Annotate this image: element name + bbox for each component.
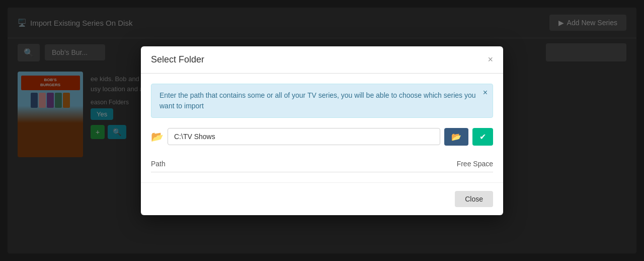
col-path: Path [151, 160, 166, 168]
path-input-row: 📂 📂 ✔ [151, 128, 493, 146]
modal-header: Select Folder × [141, 46, 503, 74]
modal-body: Enter the path that contains some or all… [141, 74, 503, 182]
path-input[interactable] [168, 128, 440, 145]
table-header: Path Free Space [151, 156, 493, 172]
modal-overlay: Select Folder × Enter the path that cont… [0, 0, 644, 261]
close-button[interactable]: Close [455, 191, 493, 207]
info-box-close-button[interactable]: × [483, 88, 488, 97]
modal-footer: Close [141, 182, 503, 215]
info-text: Enter the path that contains some or all… [159, 91, 476, 110]
info-box: Enter the path that contains some or all… [151, 84, 493, 118]
confirm-button[interactable]: ✔ [472, 128, 493, 146]
browse-button[interactable]: 📂 [444, 128, 468, 146]
modal-title: Select Folder [151, 54, 204, 65]
select-folder-modal: Select Folder × Enter the path that cont… [141, 46, 503, 215]
modal-close-button[interactable]: × [488, 55, 493, 64]
folder-icon: 📂 [151, 130, 164, 143]
col-free-space: Free Space [457, 160, 493, 168]
